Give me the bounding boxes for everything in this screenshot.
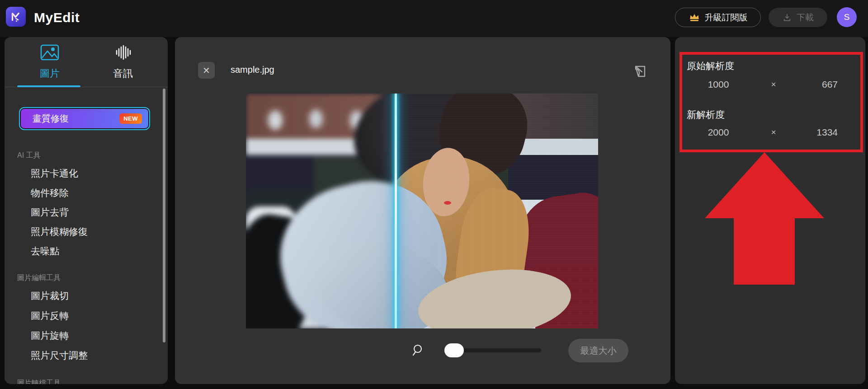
quality-restore-button[interactable]: 畫質修復 NEW: [19, 107, 150, 130]
avatar-initial: S: [844, 12, 850, 22]
myedit-logo-icon[interactable]: [6, 7, 26, 27]
sidebar-item-denoise[interactable]: 去噪點: [5, 241, 168, 261]
crown-icon: [689, 13, 700, 23]
page-curl-compare-button[interactable]: [632, 63, 648, 80]
sidebar: 圖片 音訊 畫質修復 NEW AI 工具 照片卡通化 物件移除 圖片去背 照片模…: [5, 37, 168, 384]
section-title-image-convert-tools: 圖片轉檔工具: [17, 379, 61, 384]
topbar: MyEdit 升級訂閱版 下載 S: [0, 0, 868, 37]
audio-tab-icon: [113, 44, 132, 61]
app-title: MyEdit: [34, 10, 80, 25]
section-title-ai-tools: AI 工具: [17, 151, 41, 160]
magnifier-icon: [412, 343, 425, 357]
file-name: sample.jpg: [231, 65, 274, 75]
resolution-panel: 原始解析度 1000 × 667 新解析度 2000 × 1334: [675, 37, 865, 384]
before-after-divider-handle[interactable]: [395, 94, 397, 328]
fit-size-button[interactable]: 最適大小: [568, 339, 628, 362]
close-file-button[interactable]: ✕: [198, 62, 215, 79]
quality-restore-label: 畫質修復: [33, 112, 69, 125]
editor-canvas: ✕ sample.jpg: [175, 37, 670, 384]
tab-audio[interactable]: 音訊: [91, 44, 155, 80]
preview-image[interactable]: [246, 94, 598, 328]
before-half-blurry: [246, 94, 396, 328]
upgrade-subscription-button[interactable]: 升級訂閱版: [675, 8, 761, 27]
close-icon: ✕: [203, 65, 210, 76]
upgrade-button-label: 升級訂閱版: [705, 12, 748, 23]
sidebar-item-photo-deblur[interactable]: 照片模糊修復: [5, 222, 168, 241]
page-curl-icon: [632, 63, 648, 80]
tab-image[interactable]: 圖片: [18, 44, 81, 80]
logo-m-glyph: [9, 10, 23, 23]
sidebar-scrollbar-thumb[interactable]: [163, 89, 165, 342]
quality-restore-inner: 畫質修復 NEW: [21, 109, 148, 128]
sidebar-item-background-removal[interactable]: 圖片去背: [5, 202, 168, 222]
user-avatar[interactable]: S: [837, 7, 857, 27]
zoom-slider-thumb[interactable]: [444, 343, 464, 357]
sidebar-item-image-rotate[interactable]: 圖片旋轉: [5, 326, 168, 346]
tab-image-label: 圖片: [40, 67, 60, 80]
tab-audio-label: 音訊: [113, 67, 133, 80]
sidebar-item-object-removal[interactable]: 物件移除: [5, 183, 168, 202]
sidebar-item-photo-cartoonize[interactable]: 照片卡通化: [5, 164, 168, 183]
after-half-sharp: [396, 94, 598, 328]
new-badge: NEW: [119, 113, 142, 124]
download-button-label: 下載: [797, 12, 814, 23]
image-tab-icon: [40, 44, 59, 61]
active-tab-underline: [17, 85, 80, 87]
sidebar-item-image-crop[interactable]: 圖片裁切: [5, 286, 168, 306]
section-title-image-edit-tools: 圖片編輯工具: [17, 273, 61, 283]
annotation-rectangle: [679, 52, 863, 152]
noise-overlay: [396, 94, 598, 328]
photo-scene: [246, 94, 396, 328]
download-icon: [782, 13, 792, 23]
download-button[interactable]: 下載: [769, 8, 827, 27]
sidebar-item-photo-resize[interactable]: 照片尺寸調整: [5, 346, 168, 366]
fit-size-label: 最適大小: [580, 345, 617, 357]
sidebar-item-image-flip[interactable]: 圖片反轉: [5, 306, 168, 326]
ai-tools-list: 照片卡通化 物件移除 圖片去背 照片模糊修復 去噪點: [5, 164, 168, 261]
image-edit-tools-list: 圖片裁切 圖片反轉 圖片旋轉 照片尺寸調整: [5, 286, 168, 366]
